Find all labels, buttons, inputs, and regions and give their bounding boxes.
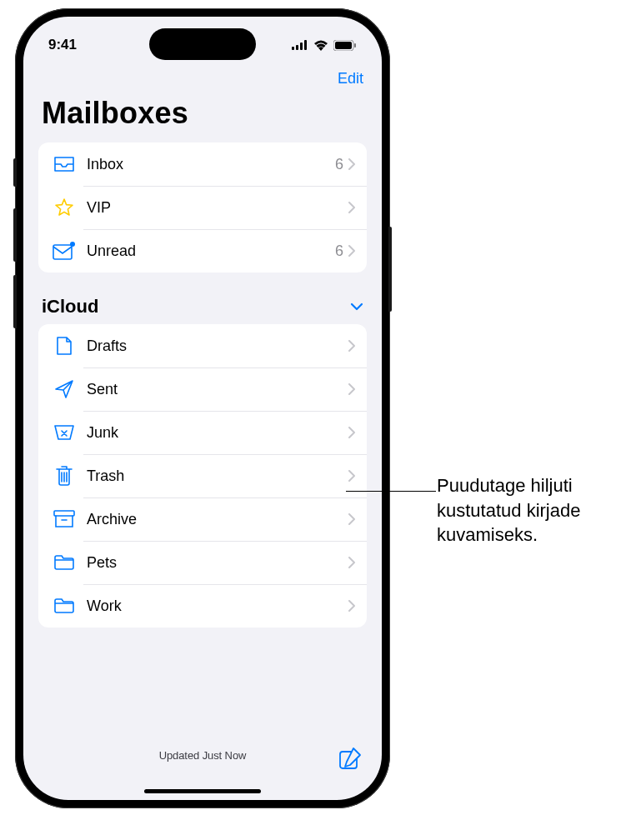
folder-label: Sent	[87, 381, 348, 398]
mailbox-vip[interactable]: VIP	[38, 186, 367, 229]
dynamic-island	[149, 28, 256, 60]
unread-count: 6	[335, 242, 343, 260]
volume-down-button	[13, 275, 17, 328]
chevron-right-icon	[348, 513, 355, 525]
folder-label: Archive	[87, 511, 348, 528]
mailbox-label: VIP	[87, 199, 348, 217]
folder-drafts[interactable]: Drafts	[38, 324, 367, 368]
chevron-down-icon	[350, 302, 363, 311]
phone-frame: 9:41 Edit Mailboxes	[15, 8, 390, 808]
page-title: Mailboxes	[23, 91, 382, 142]
mailbox-inbox[interactable]: Inbox 6	[38, 142, 367, 186]
status-time: 9:41	[48, 37, 77, 53]
svg-rect-7	[53, 245, 72, 259]
folder-label: Junk	[87, 424, 348, 442]
svg-rect-6	[354, 43, 356, 48]
unread-icon	[52, 241, 77, 261]
callout-leader-line	[346, 491, 436, 492]
chevron-right-icon	[348, 383, 355, 395]
account-name: iCloud	[42, 296, 98, 318]
chevron-right-icon	[348, 427, 355, 438]
chevron-right-icon	[348, 158, 355, 170]
svg-rect-1	[296, 45, 298, 50]
folder-archive[interactable]: Archive	[38, 498, 367, 541]
account-folders-list: Drafts Sent Junk Tra	[38, 324, 367, 628]
wifi-icon	[313, 40, 328, 51]
drafts-icon	[52, 336, 77, 356]
cellular-icon	[292, 40, 308, 50]
archive-icon	[52, 509, 77, 529]
chevron-right-icon	[348, 245, 355, 257]
sent-icon	[52, 379, 77, 399]
chevron-right-icon	[348, 600, 355, 612]
folder-pets[interactable]: Pets	[38, 541, 367, 584]
folder-label: Pets	[87, 554, 348, 572]
folder-junk[interactable]: Junk	[38, 411, 367, 454]
status-indicators	[292, 40, 357, 51]
account-header-icloud[interactable]: iCloud	[23, 272, 382, 324]
battery-icon	[333, 40, 357, 51]
inbox-icon	[52, 154, 77, 174]
volume-up-button	[13, 208, 17, 262]
unread-count: 6	[335, 156, 343, 173]
side-button	[388, 227, 392, 312]
mailbox-label: Inbox	[87, 156, 335, 173]
chevron-right-icon	[348, 202, 355, 213]
silent-switch	[13, 158, 17, 187]
folder-label: Drafts	[87, 338, 348, 355]
folder-label: Trash	[87, 468, 348, 485]
edit-button[interactable]: Edit	[338, 70, 363, 88]
compose-button[interactable]	[338, 747, 362, 770]
svg-rect-2	[300, 42, 303, 50]
folder-icon	[52, 596, 77, 616]
folder-label: Work	[87, 598, 348, 615]
folder-icon	[52, 552, 77, 572]
chevron-right-icon	[348, 340, 355, 352]
home-indicator[interactable]	[144, 789, 261, 793]
smart-mailboxes-list: Inbox 6 VIP Unread 6	[38, 142, 367, 272]
svg-rect-9	[54, 511, 74, 516]
svg-point-8	[70, 242, 75, 247]
svg-rect-3	[304, 40, 307, 50]
callout-text: Puudutage hiljuti kustutatud kirjade kuv…	[437, 473, 628, 548]
mailbox-unread[interactable]: Unread 6	[38, 229, 367, 272]
folder-sent[interactable]: Sent	[38, 368, 367, 411]
svg-rect-0	[292, 47, 294, 50]
toolbar-status: Updated Just Now	[159, 749, 247, 762]
junk-icon	[52, 422, 77, 442]
chevron-right-icon	[348, 470, 355, 482]
svg-rect-5	[335, 42, 352, 49]
folder-work[interactable]: Work	[38, 584, 367, 628]
nav-bar: Edit	[23, 62, 382, 91]
folder-trash[interactable]: Trash	[38, 454, 367, 498]
star-icon	[52, 198, 77, 218]
trash-icon	[52, 466, 77, 486]
mailbox-label: Unread	[87, 242, 335, 260]
chevron-right-icon	[348, 557, 355, 568]
screen: 9:41 Edit Mailboxes	[23, 17, 382, 800]
